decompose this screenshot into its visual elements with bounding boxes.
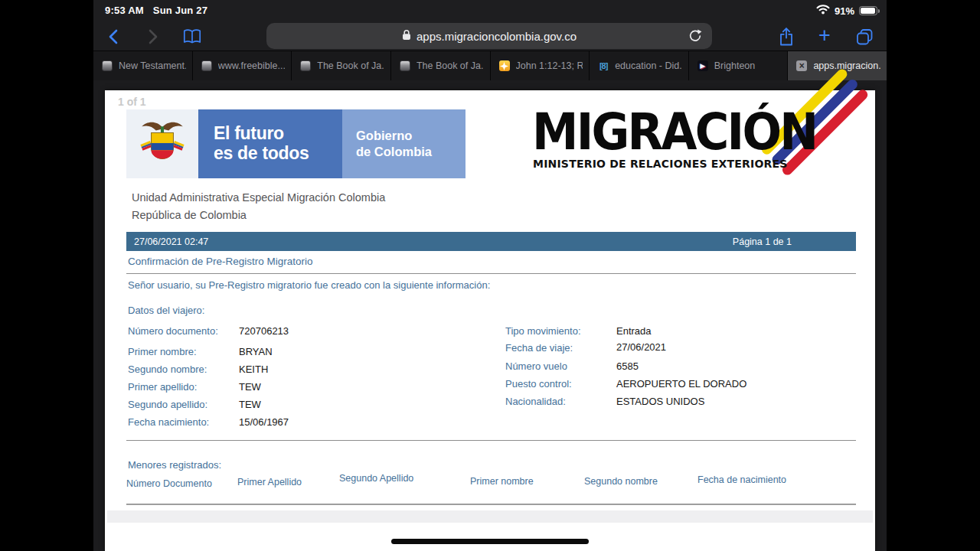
colombia-coat-of-arms <box>126 109 198 178</box>
section-title: Datos del viajero: <box>128 305 204 316</box>
column-header: Número Documento <box>126 478 212 489</box>
document-title: Confirmación de Pre-Registro Migratorio <box>128 256 313 267</box>
reload-icon[interactable] <box>688 28 703 47</box>
migracion-logo-title: MIGRACIÓN <box>532 109 836 156</box>
field-value: Entrada <box>616 325 652 337</box>
field-value: 720706213 <box>239 325 289 337</box>
column-header: Segundo nombre <box>584 476 658 487</box>
brackets-favicon: [8] <box>598 60 609 71</box>
document-header-bar: 27/06/2021 02:47 Página 1 de 1 <box>126 232 856 251</box>
tab-label: The Book of Ja... <box>416 60 484 71</box>
column-header: Primer Apellido <box>237 477 302 487</box>
status-date: Sun Jun 27 <box>153 5 207 16</box>
slogan-line1: El futuro <box>214 124 342 144</box>
field-label: Fecha nacimiento: <box>128 416 209 428</box>
url-text: apps.migracioncolombia.gov.co <box>416 30 577 43</box>
lock-icon <box>402 29 411 44</box>
field-label: Nacionalidad: <box>505 396 566 407</box>
field-label: Primer nombre: <box>128 346 197 357</box>
tab-freebible[interactable]: www.freebible... <box>193 51 292 80</box>
field-value: AEROPUERTO EL DORADO <box>616 378 746 390</box>
close-tab-icon[interactable]: × <box>796 60 807 71</box>
field-value: 15/06/1967 <box>239 416 289 428</box>
tab-new-testament[interactable]: New Testament... <box>93 51 192 80</box>
field-label: Puesto control: <box>505 378 572 390</box>
slogan-line2: es de todos <box>214 144 342 164</box>
tab-label: education - Did... <box>615 60 682 71</box>
header-page-number: Página 1 de 1 <box>733 236 792 247</box>
tab-john-1-12[interactable]: John 1:12-13; R... <box>491 51 590 80</box>
status-bar: 9:53 AMSun Jun 27 91% <box>93 0 887 21</box>
field-label: Número vuelo <box>505 360 567 372</box>
new-tab-button[interactable]: + <box>813 25 836 48</box>
tab-education[interactable]: [8] education - Did... <box>590 51 688 80</box>
pdf-page: 1 of 1 El futuro es de todos Gobierno de… <box>105 90 875 551</box>
field-label: Número documento: <box>128 325 218 337</box>
tab-label: New Testament... <box>119 60 186 71</box>
home-indicator[interactable] <box>391 539 589 544</box>
tab-label: John 1:12-13; R... <box>516 60 583 71</box>
play-favicon: ▶ <box>697 60 708 71</box>
org-line2: República de Colombia <box>132 209 247 221</box>
star-favicon <box>499 60 510 71</box>
share-icon[interactable] <box>775 25 798 48</box>
browser-toolbar: apps.migracioncolombia.gov.co + <box>93 21 887 51</box>
tab-book-of-james-1[interactable]: The Book of Ja... <box>292 51 390 80</box>
field-value: ESTADOS UNIDOS <box>616 396 704 407</box>
field-label: Segundo nombre: <box>128 364 207 375</box>
column-header: Primer nombre <box>470 476 534 487</box>
column-header: Fecha de nacimiento <box>697 474 786 485</box>
gobierno-line1: Gobierno <box>356 128 466 144</box>
tab-label: The Book of Ja... <box>317 60 384 71</box>
book-site-favicon <box>300 60 311 71</box>
battery-percent: 91% <box>835 5 854 17</box>
book-site-favicon <box>201 60 212 71</box>
field-value: 27/06/2021 <box>616 341 666 353</box>
battery-icon <box>859 6 877 15</box>
banner-slogan: El futuro es de todos <box>198 109 342 178</box>
intro-text: Señor usuario, su Pre-Registro migratori… <box>128 279 490 291</box>
field-label: Segundo apellido: <box>128 399 207 410</box>
status-time-date: 9:53 AMSun Jun 27 <box>105 5 207 16</box>
divider <box>126 440 856 441</box>
org-line1: Unidad Administrativa Especial Migración… <box>132 191 385 204</box>
banner-gobierno: Gobierno de Colombia <box>342 109 466 178</box>
back-button[interactable] <box>103 25 126 48</box>
field-value: BRYAN <box>239 346 273 357</box>
bookmarks-icon[interactable] <box>181 25 204 48</box>
tab-brighteon[interactable]: ▶ Brighteon <box>689 51 788 80</box>
status-time: 9:53 AM <box>105 5 144 16</box>
forward-button[interactable] <box>141 25 164 48</box>
field-label: Primer apellido: <box>128 381 197 393</box>
tab-label: apps.migracion... <box>813 60 880 71</box>
government-banner: El futuro es de todos Gobierno de Colomb… <box>126 109 466 178</box>
tab-label: www.freebible... <box>218 60 286 71</box>
migracion-logo-subtitle: MINISTERIO DE RELACIONES EXTERIORES <box>533 158 788 170</box>
wifi-icon <box>816 4 830 18</box>
field-value: TEW <box>239 399 261 410</box>
field-value: TEW <box>239 381 261 393</box>
divider <box>126 504 856 505</box>
minors-section-title: Menores registrados: <box>128 459 221 471</box>
tab-book-of-james-2[interactable]: The Book of Ja... <box>391 51 490 80</box>
book-site-favicon <box>102 60 113 71</box>
divider <box>126 273 856 274</box>
tab-label: Brighteon <box>714 60 756 71</box>
header-datetime: 27/06/2021 02:47 <box>134 236 208 247</box>
book-site-favicon <box>400 60 410 71</box>
empty-row-bar <box>107 510 873 523</box>
gobierno-line2: de Colombia <box>356 144 466 160</box>
tabs-overview-icon[interactable] <box>853 25 876 48</box>
field-label: Tipo movimiento: <box>505 325 581 337</box>
tab-bar: New Testament... www.freebible... The Bo… <box>93 51 887 80</box>
column-header: Segundo Apellido <box>339 473 413 484</box>
field-value: KEITH <box>239 364 268 375</box>
pdf-page-indicator: 1 of 1 <box>118 96 146 108</box>
field-value: 6585 <box>616 360 639 372</box>
plus-icon: + <box>818 24 831 47</box>
field-label: Fecha de viaje: <box>505 342 573 354</box>
migracion-logo: MIGRACIÓN MINISTERIO DE RELACIONES EXTER… <box>532 109 863 187</box>
address-bar[interactable]: apps.migracioncolombia.gov.co <box>266 23 712 49</box>
